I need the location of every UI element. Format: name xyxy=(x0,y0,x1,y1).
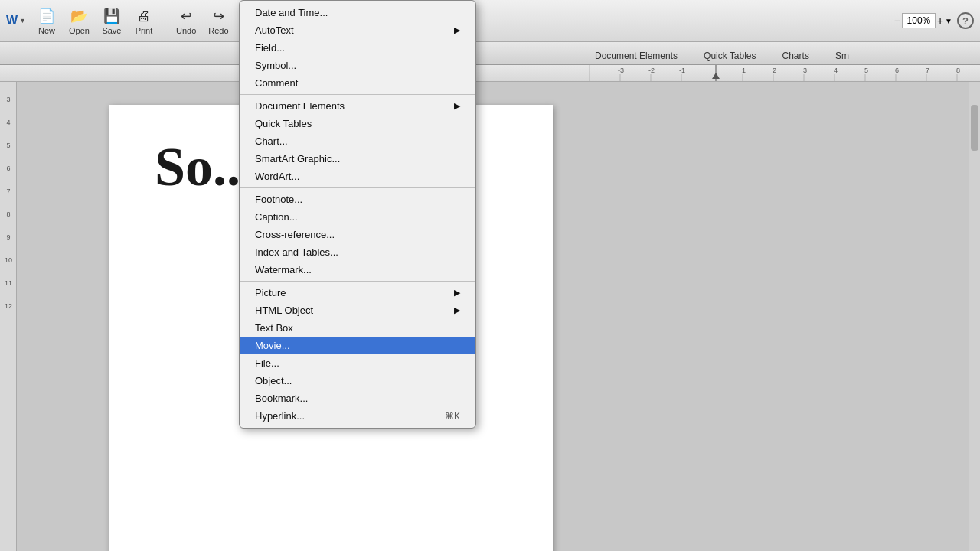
redo-icon: ↪ xyxy=(208,6,228,26)
zoom-dropdown-arrow[interactable]: ▼ xyxy=(945,17,952,25)
doc-elements-submenu-arrow: ▶ xyxy=(454,101,460,111)
menu-item-text-box[interactable]: Text Box xyxy=(240,319,475,337)
menu-item-text-box-label: Text Box xyxy=(255,322,293,334)
menu-item-date-time[interactable]: Date and Time... xyxy=(240,4,475,21)
menu-item-caption[interactable]: Caption... xyxy=(240,208,475,226)
word-icon-group: W ▼ xyxy=(6,14,26,28)
tab-smartart-label: Sm xyxy=(835,51,849,61)
toolbar-divider-1 xyxy=(165,5,165,36)
save-label: Save xyxy=(102,26,121,35)
ruler: -3 -2 -1 1 2 3 4 5 6 7 8 xyxy=(0,65,980,82)
new-icon: 📄 xyxy=(37,6,57,26)
scrollbar[interactable] xyxy=(969,82,980,551)
zoom-increase-icon[interactable]: + xyxy=(937,15,943,27)
save-icon: 💾 xyxy=(102,6,122,26)
svg-text:-1: -1 xyxy=(679,67,685,74)
undo-icon: ↩ xyxy=(176,6,196,26)
autotext-submenu-arrow: ▶ xyxy=(454,25,460,35)
menu-item-index-tables-label: Index and Tables... xyxy=(255,246,338,258)
undo-button[interactable]: ↩ Undo xyxy=(172,5,201,37)
menu-item-movie[interactable]: Movie... xyxy=(240,337,475,354)
svg-text:6: 6 xyxy=(895,67,899,74)
document-area: So.... xyxy=(17,82,980,551)
menu-item-index-tables[interactable]: Index and Tables... xyxy=(240,243,475,261)
menu-item-autotext[interactable]: AutoText ▶ xyxy=(240,21,475,39)
menu-item-quick-tables[interactable]: Quick Tables xyxy=(240,115,475,132)
menu-item-watermark[interactable]: Watermark... xyxy=(240,261,475,279)
menu-item-caption-label: Caption... xyxy=(255,211,298,223)
print-label: Print xyxy=(136,26,153,35)
svg-text:1: 1 xyxy=(742,67,746,74)
svg-text:2: 2 xyxy=(773,67,776,74)
separator-3 xyxy=(240,281,475,282)
menu-item-watermark-label: Watermark... xyxy=(255,264,312,276)
menu-item-hyperlink[interactable]: Hyperlink... ⌘K xyxy=(240,407,475,425)
menu-item-picture-label: Picture xyxy=(255,287,286,298)
menu-item-html-object[interactable]: HTML Object ▶ xyxy=(240,302,475,319)
menu-item-smartart[interactable]: SmartArt Graphic... xyxy=(240,150,475,168)
menu-item-chart[interactable]: Chart... xyxy=(240,132,475,150)
menu-item-bookmark[interactable]: Bookmark... xyxy=(240,390,475,407)
scroll-thumb[interactable] xyxy=(971,105,978,151)
menu-item-symbol-label: Symbol... xyxy=(255,60,296,71)
new-button[interactable]: 📄 New xyxy=(32,5,61,37)
menu-item-quick-tables-label: Quick Tables xyxy=(255,118,312,129)
open-button[interactable]: 📂 Open xyxy=(64,5,94,37)
menu-item-bookmark-label: Bookmark... xyxy=(255,393,308,404)
print-button[interactable]: 🖨 Print xyxy=(129,5,158,37)
svg-text:4: 4 xyxy=(834,67,838,74)
menu-item-field[interactable]: Field... xyxy=(240,39,475,57)
html-object-submenu-arrow: ▶ xyxy=(454,305,460,315)
menu-item-cross-reference-label: Cross-reference... xyxy=(255,229,335,240)
menu-item-html-object-label: HTML Object xyxy=(255,305,313,316)
separator-2 xyxy=(240,187,475,188)
menu-item-hyperlink-label: Hyperlink... xyxy=(255,410,305,422)
svg-text:-2: -2 xyxy=(648,67,655,74)
svg-text:3: 3 xyxy=(803,67,807,74)
tab-document-elements[interactable]: Document Elements xyxy=(582,47,691,64)
menu-item-file[interactable]: File... xyxy=(240,354,475,372)
svg-text:7: 7 xyxy=(926,67,929,74)
hyperlink-shortcut: ⌘K xyxy=(445,411,460,422)
tab-quick-tables-label: Quick Tables xyxy=(704,51,756,61)
menu-item-wordart[interactable]: WordArt... xyxy=(240,168,475,185)
separator-1 xyxy=(240,94,475,95)
zoom-decrease-icon[interactable]: − xyxy=(894,15,900,27)
tab-charts[interactable]: Charts xyxy=(769,47,822,64)
redo-label: Redo xyxy=(208,26,228,35)
menu-item-document-elements[interactable]: Document Elements ▶ xyxy=(240,97,475,115)
menu-item-wordart-label: WordArt... xyxy=(255,171,299,182)
menu-item-comment[interactable]: Comment xyxy=(240,74,475,92)
menu-item-cross-reference[interactable]: Cross-reference... xyxy=(240,226,475,243)
print-icon: 🖨 xyxy=(134,6,154,26)
menu-item-footnote[interactable]: Footnote... xyxy=(240,191,475,208)
open-icon: 📂 xyxy=(69,6,89,26)
menu-item-smartart-label: SmartArt Graphic... xyxy=(255,153,340,165)
open-label: Open xyxy=(69,26,90,35)
redo-button[interactable]: ↪ Redo xyxy=(204,5,233,37)
menu-item-autotext-label: AutoText xyxy=(255,24,294,36)
app-menu-arrow: ▼ xyxy=(19,17,26,24)
tab-quick-tables[interactable]: Quick Tables xyxy=(691,47,769,64)
menu-item-symbol[interactable]: Symbol... xyxy=(240,57,475,74)
help-button[interactable]: ? xyxy=(957,12,974,29)
zoom-value[interactable]: 100% xyxy=(902,13,936,28)
menu-item-comment-label: Comment xyxy=(255,77,298,89)
tab-smartart[interactable]: Sm xyxy=(822,47,862,64)
picture-submenu-arrow: ▶ xyxy=(454,288,460,298)
left-sidebar: 2 3 4 5 6 7 8 9 10 11 12 xyxy=(0,42,17,551)
ruler-content: -3 -2 -1 1 2 3 4 5 6 7 8 xyxy=(582,65,980,81)
menu-item-footnote-label: Footnote... xyxy=(255,194,302,205)
ribbon-tabs: Document Elements Quick Tables Charts Sm xyxy=(0,42,980,65)
toolbar: W ▼ 📄 New 📂 Open 💾 Save 🖨 Print ↩ Undo ↪… xyxy=(0,0,980,42)
menu-item-date-time-label: Date and Time... xyxy=(255,7,328,18)
menu-item-object-label: Object... xyxy=(255,375,292,386)
toolbar-left: W ▼ 📄 New 📂 Open 💾 Save 🖨 Print ↩ Undo ↪… xyxy=(6,5,234,37)
menu-item-field-label: Field... xyxy=(255,42,285,54)
save-button[interactable]: 💾 Save xyxy=(97,5,126,37)
help-label: ? xyxy=(962,15,969,27)
menu-item-picture[interactable]: Picture ▶ xyxy=(240,284,475,302)
tab-charts-label: Charts xyxy=(782,51,809,61)
menu-item-object[interactable]: Object... xyxy=(240,372,475,390)
svg-text:8: 8 xyxy=(956,67,960,74)
